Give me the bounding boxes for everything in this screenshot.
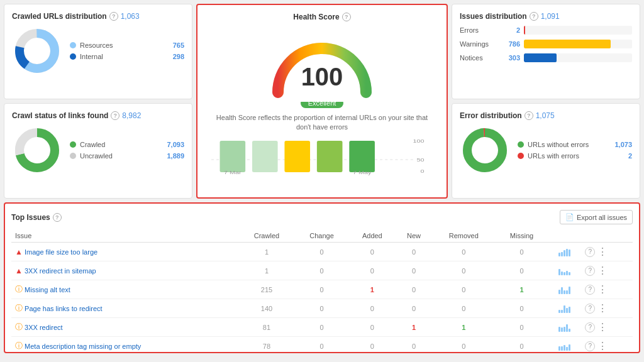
error-dist-label: Error distribution: [460, 111, 522, 120]
help-icon[interactable]: ?: [585, 322, 595, 332]
sparkline: [558, 246, 570, 256]
crawled-urls-card: Crawled URLs distribution ? 1,063: [4, 4, 192, 99]
legend-resources: Resources 765: [70, 41, 184, 49]
crawled-value: 7,093: [167, 141, 184, 148]
resources-label: Resources: [80, 41, 169, 49]
without-errors-dot: [518, 141, 524, 148]
more-icon[interactable]: ⋮: [597, 340, 608, 352]
svg-rect-12: [252, 141, 278, 172]
col-actions: [581, 229, 633, 243]
col-new: New: [396, 229, 432, 243]
change-cell: 0: [295, 299, 349, 318]
resources-value: 765: [173, 41, 184, 49]
crawled-cell: 1: [238, 261, 294, 280]
error-dist-legend: URLs without errors 1,073 URLs with erro…: [518, 141, 632, 160]
missing-cell: 0: [496, 261, 548, 280]
crawled-dot: [70, 141, 76, 148]
more-icon[interactable]: ⋮: [597, 302, 608, 314]
help-icon[interactable]: ?: [585, 285, 595, 295]
issue-name-cell[interactable]: ⓘ Meta description tag missing or empty: [11, 337, 238, 356]
crawled-urls-label: Crawled URLs distribution: [12, 12, 107, 21]
sparkline: [558, 284, 570, 294]
legend-without-errors: URLs without errors 1,073: [518, 141, 632, 148]
more-icon[interactable]: ⋮: [597, 246, 608, 258]
left-column: Crawled URLs distribution ? 1,063: [4, 4, 192, 199]
crawled-urls-donut-section: Resources 765 Internal 298: [12, 26, 184, 76]
issues-dist-rows: Errors 2 Warnings 786 Noti: [460, 26, 632, 62]
svg-rect-13: [284, 141, 310, 172]
uncrawled-value: 1,889: [167, 152, 184, 160]
legend-with-errors: URLs with errors 2: [518, 152, 632, 160]
svg-text:100: 100: [413, 138, 424, 143]
issue-name-cell[interactable]: ▲ 3XX redirect in sitemap: [11, 261, 238, 280]
with-errors-value: 2: [628, 152, 632, 160]
table-row: ⓘ Page has links to redirect 140 0 0 0 0…: [11, 299, 633, 318]
issues-dist-info-icon[interactable]: ?: [530, 12, 538, 21]
table-row: ⓘ Missing alt text 215 0 1 0 0 1 ? ⋮: [11, 280, 633, 299]
error-dist-info-icon[interactable]: ?: [525, 111, 533, 120]
sparkline-cell: [548, 337, 581, 356]
missing-cell: 0: [496, 299, 548, 318]
svg-rect-14: [317, 141, 343, 172]
issues-dist-label: Issues distribution: [460, 12, 527, 21]
missing-cell: 0: [496, 337, 548, 356]
crawled-urls-donut: [12, 26, 62, 76]
issue-name-cell[interactable]: ▲ Image file size too large: [11, 243, 238, 261]
actions-cell: ? ⋮: [581, 337, 633, 356]
uncrawled-label: Uncrawled: [80, 152, 163, 160]
svg-rect-15: [349, 141, 375, 172]
issue-name-cell[interactable]: ⓘ 3XX redirect: [11, 318, 238, 337]
info-icon: ⓘ: [15, 341, 23, 351]
help-icon[interactable]: ?: [585, 266, 595, 276]
missing-cell: 1: [496, 280, 548, 299]
health-score-card: Health Score ?: [196, 4, 448, 199]
errors-bar-track: [524, 26, 632, 35]
table-row: ▲ 3XX redirect in sitemap 1 0 0 0 0 0 ? …: [11, 261, 633, 280]
right-column: Issues distribution ? 1,091 Errors 2 War…: [452, 4, 640, 199]
error-dist-title: Error distribution ? 1,075: [460, 111, 632, 120]
internal-dot: [70, 53, 76, 60]
svg-rect-11: [220, 141, 246, 172]
export-icon: 📄: [565, 213, 574, 221]
sparkline-cell: [548, 299, 581, 318]
internal-label: Internal: [80, 53, 169, 60]
crawl-status-donut-section: Crawled 7,093 Uncrawled 1,889: [12, 125, 184, 175]
crawled-cell: 81: [238, 318, 294, 337]
more-icon[interactable]: ⋮: [597, 321, 608, 333]
health-score-info-icon[interactable]: ?: [342, 13, 351, 21]
help-icon[interactable]: ?: [585, 247, 595, 257]
sparkline: [558, 341, 570, 351]
issue-name-cell[interactable]: ⓘ Page has links to redirect: [11, 299, 238, 318]
more-icon[interactable]: ⋮: [597, 283, 608, 295]
crawl-status-info-icon[interactable]: ?: [111, 111, 119, 120]
export-issues-button[interactable]: 📄 Export all issues: [560, 210, 633, 224]
crawled-urls-info-icon[interactable]: ?: [109, 12, 118, 21]
notices-bar-fill: [524, 53, 557, 62]
top-issues-title: Top Issues: [11, 213, 50, 222]
new-cell: 0: [396, 299, 432, 318]
col-missing: Missing: [496, 229, 548, 243]
col-removed: Removed: [432, 229, 496, 243]
help-icon[interactable]: ?: [585, 341, 595, 351]
removed-cell: 0: [432, 299, 496, 318]
with-errors-label: URLs with errors: [528, 152, 625, 160]
help-icon[interactable]: ?: [585, 304, 595, 314]
health-chart-svg: 100 50 0 7 Mar 7 May: [211, 138, 433, 175]
missing-cell: 0: [496, 318, 548, 337]
issue-name-cell[interactable]: ⓘ Missing alt text: [11, 280, 238, 299]
notices-row: Notices 303: [460, 53, 632, 62]
issues-table: Issue Crawled Change Added New Removed M…: [11, 229, 633, 356]
warnings-label: Warnings: [460, 40, 497, 48]
removed-cell: 1: [432, 318, 496, 337]
sparkline: [558, 322, 570, 332]
top-issues-info-icon[interactable]: ?: [53, 213, 62, 222]
with-errors-dot: [518, 153, 524, 159]
crawl-status-title: Crawl status of links found ? 8,982: [12, 111, 184, 120]
more-icon[interactable]: ⋮: [597, 265, 608, 277]
top-issues-title-group: Top Issues ?: [11, 213, 62, 222]
crawled-urls-legend: Resources 765 Internal 298: [70, 41, 184, 60]
legend-internal: Internal 298: [70, 53, 184, 60]
info-icon: ⓘ: [15, 284, 23, 295]
crawl-status-label: Crawl status of links found: [12, 111, 108, 120]
info-icon: ⓘ: [15, 322, 23, 332]
